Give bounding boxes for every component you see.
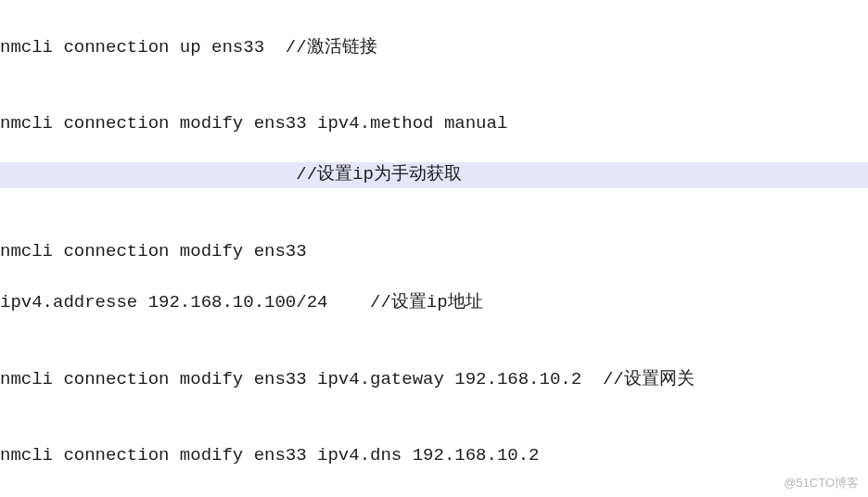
code-line: nmcli connection modify ens33 [0,239,868,265]
code-line: ipv4.addresse 192.168.10.100/24 //设置ip地址 [0,290,868,316]
watermark: @51CTO博客 [784,475,859,491]
code-line: nmcli connection modify ens33 ipv4.metho… [0,111,868,137]
code-line-highlight: //设置ip为手动获取 [0,162,868,188]
code-block: nmcli connection up ens33 //激活链接 nmcli c… [0,0,868,497]
code-line: nmcli connection up ens33 //激活链接 [0,35,868,61]
code-line: nmcli connection modify ens33 ipv4.gatew… [0,367,868,393]
code-line: nmcli connection modify ens33 ipv4.dns 1… [0,443,868,469]
